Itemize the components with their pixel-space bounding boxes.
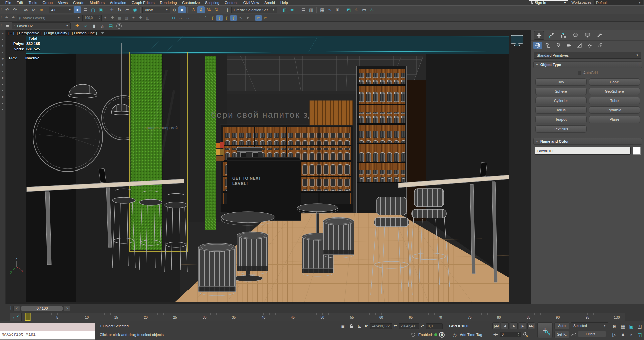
set-keys-button[interactable]: + (537, 322, 553, 338)
cone-button[interactable]: Cone (589, 78, 640, 86)
edit-named-selection-sets-icon[interactable]: { (224, 6, 231, 13)
redo-icon[interactable]: ↷ (11, 6, 18, 13)
category-space-warps[interactable] (585, 42, 594, 49)
help-icon[interactable]: ? (116, 23, 122, 29)
category-systems[interactable] (596, 42, 604, 49)
zoom-all-icon[interactable]: ▦ (619, 322, 627, 330)
viewport[interactable]: бери свой напиток здесь (6, 30, 531, 304)
select-and-scale-icon[interactable]: ▱ (123, 6, 131, 13)
primitive-category-dropdown[interactable]: Standard Primitives ▼ (534, 52, 641, 59)
use-pivot-point-center-icon[interactable]: ⊙ (171, 6, 178, 13)
rectangular-selection-region-icon[interactable]: ▢ (89, 6, 97, 13)
toggle-scene-explorer-icon[interactable]: ▤ (300, 6, 307, 13)
side-tool-icon[interactable]: ◂ (1, 31, 5, 35)
toggle-layer-explorer-icon[interactable]: ▥ (307, 6, 315, 13)
viewport-style-menu[interactable]: [ Hidden Line ] (72, 31, 97, 35)
side-tool-icon[interactable]: ▪ (1, 108, 5, 112)
object-name-field[interactable] (535, 147, 631, 155)
category-cameras[interactable] (565, 42, 573, 49)
menu-item[interactable]: Views (55, 1, 70, 5)
menu-item[interactable]: Graph Editors (129, 1, 157, 5)
z-coordinate-field[interactable]: 0,0 (426, 323, 443, 329)
filter-funnel-icon[interactable] (101, 32, 104, 34)
menu-item[interactable]: Arnold (262, 1, 278, 5)
add-anim-layer-icon[interactable]: ✚ (109, 15, 115, 21)
select-objects-in-layer-icon[interactable]: ▮ (90, 22, 98, 29)
auto-key-button[interactable]: Auto (554, 322, 569, 329)
enabled-count-badge[interactable]: 0 (439, 332, 445, 338)
time-configuration-icon[interactable] (522, 331, 529, 338)
tube-button[interactable]: Tube (589, 97, 640, 104)
menu-item[interactable]: Modifiers (87, 1, 107, 5)
snap-hook-icon[interactable]: ∫ (209, 15, 216, 21)
viewport-quality-menu[interactable]: [ High Quality ] (44, 31, 69, 35)
active-layer-dropdown[interactable]: ▪Layer002▼ (12, 22, 71, 29)
select-and-manipulate-icon[interactable]: ➤ (178, 6, 186, 13)
add-time-tag-label[interactable]: Add Time Tag (460, 333, 482, 337)
geosphere-button[interactable]: GeoSphere (589, 88, 640, 95)
percent-snap-toggle-icon[interactable]: % (205, 6, 212, 13)
time-slider-handle[interactable] (25, 313, 31, 321)
isolate-selection-icon[interactable]: ▣ (339, 323, 346, 329)
play-button[interactable]: ▶ (510, 322, 518, 329)
menu-item[interactable]: Group (40, 1, 55, 5)
mirror-icon[interactable]: ◧ (281, 6, 288, 13)
sign-in-button[interactable]: Sign In ▼ (529, 0, 568, 5)
menu-item[interactable]: File (3, 1, 14, 5)
next-frame-button[interactable]: |▶ (519, 322, 526, 329)
menu-item[interactable]: Edit (14, 1, 26, 5)
menu-item[interactable]: Customize (179, 1, 202, 5)
animation-layers-icon[interactable]: ≚ (3, 15, 10, 21)
tab-display[interactable] (582, 31, 592, 40)
tab-motion[interactable] (570, 31, 580, 40)
align-icon[interactable]: ≣ (288, 6, 296, 13)
shield-icon[interactable] (410, 331, 417, 338)
layer-list-icon[interactable]: ▤ (107, 22, 114, 29)
category-shapes[interactable] (544, 42, 552, 49)
snaps-toggle-3d-icon[interactable]: 3 (190, 6, 197, 13)
workspaces-dropdown[interactable]: Default ▼ (594, 0, 643, 5)
mini-curve-editor-button[interactable] (10, 313, 21, 321)
transform-type-in-icon[interactable]: ⊡ (356, 323, 363, 329)
maximize-viewport-icon[interactable]: ◱ (636, 331, 644, 339)
schematic-view-icon[interactable]: ⊞ (334, 6, 341, 13)
side-tool-icon[interactable]: ● (1, 44, 5, 48)
spinner-snap-toggle-icon[interactable]: ⇅ (213, 6, 220, 13)
side-tool-icon[interactable]: ▪ (1, 89, 5, 93)
autogrid-checkbox[interactable] (578, 71, 581, 75)
menu-item[interactable]: Scripting (202, 1, 222, 5)
x-coordinate-field[interactable]: -42498,172 (370, 323, 392, 329)
plane-button[interactable]: Plane (589, 116, 640, 123)
torus-button[interactable]: Torus (535, 106, 587, 114)
enable-layers-dropdown[interactable]: (Enable Layers)▼ (17, 15, 83, 21)
key-filter-curve-icon[interactable] (571, 332, 577, 336)
side-tool-icon[interactable]: ▸ (1, 38, 5, 42)
zoom-icon[interactable]: ⊕ (610, 322, 619, 330)
category-geometry[interactable] (533, 42, 542, 49)
cursor-arrow-icon[interactable]: ↖ (237, 15, 244, 21)
window-crossing-icon[interactable]: ▣ (97, 6, 104, 13)
add-selection-to-layer-icon[interactable]: ≋ (82, 22, 89, 29)
curve-editor-icon[interactable]: ∿ (326, 6, 333, 13)
anim-layer-properties-icon[interactable]: ◫ (144, 15, 151, 21)
previous-frame-button[interactable]: < (13, 306, 20, 311)
box-button[interactable]: Box (535, 78, 587, 86)
reference-coordinate-dropdown[interactable]: View▼ (142, 7, 170, 13)
viewport-general-menu[interactable]: [ + ] (8, 31, 14, 35)
select-and-link-icon[interactable]: ∞ (22, 6, 30, 13)
menu-item[interactable]: Rendering (157, 1, 180, 5)
key-mode-toggle-icon[interactable]: ◀▶ (492, 331, 499, 338)
rendered-frame-window-icon[interactable]: ▭ (360, 6, 368, 13)
select-by-name-icon[interactable]: ▤ (82, 6, 89, 13)
circle-snap-icon[interactable]: ◌ (195, 15, 202, 21)
zoom-extents-selected-icon[interactable]: ▣ (627, 322, 635, 330)
orbit-icon[interactable]: ♁ (627, 331, 635, 339)
select-and-place-icon[interactable]: ◉ (131, 6, 139, 13)
side-tool-icon[interactable]: ● (1, 101, 5, 105)
teapot-button[interactable]: Teapot (535, 116, 587, 123)
time-slider[interactable]: 0 / 100 (21, 306, 63, 311)
current-frame-field[interactable]: 0▲▼ (500, 332, 521, 337)
go-to-start-button[interactable]: |◀◀ (492, 322, 500, 329)
side-tool-icon[interactable]: ◆ (1, 76, 5, 80)
side-tool-icon[interactable]: ● (1, 63, 5, 67)
